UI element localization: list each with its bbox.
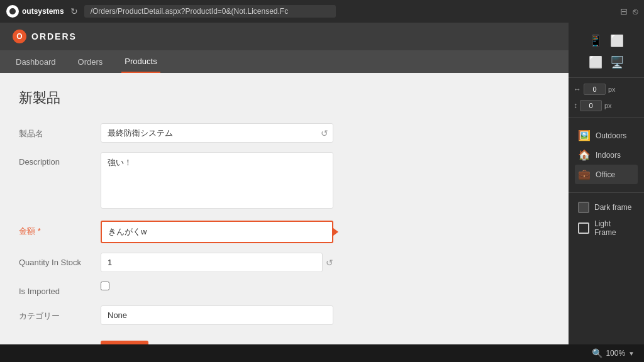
price-wrapper: きんがくw: [101, 221, 333, 243]
description-textarea[interactable]: 強い！: [101, 152, 333, 209]
zoom-dropdown-arrow[interactable]: ▼: [628, 350, 635, 357]
outdoors-icon: 🖼️: [578, 129, 591, 141]
nav-dashboard[interactable]: Dashboard: [13, 50, 59, 73]
app-logo-letter: O: [16, 32, 22, 41]
price-row: 金額 * きんがくw: [19, 221, 550, 243]
price-value: きんがくw: [108, 226, 147, 238]
right-panel: 📱 ⬜ ⬜ 🖥️ ↔ px ↕ px 🖼️ Outdoors: [569, 23, 644, 344]
qty-reset-icon[interactable]: ↺: [326, 258, 333, 268]
is-imported-row: Is Imported: [19, 282, 550, 296]
qty-label: Quantity In Stock: [19, 253, 101, 267]
office-icon: 💼: [578, 168, 591, 180]
app-nav: Dashboard Orders Products: [0, 50, 569, 73]
price-error-box: きんがくw: [101, 221, 333, 243]
light-frame-label: Light Frame: [594, 219, 635, 237]
px-height-control: ↕ px: [569, 97, 644, 114]
px-width-input[interactable]: [584, 84, 606, 95]
is-imported-label: Is Imported: [19, 282, 101, 296]
product-name-wrapper: ↺: [101, 123, 333, 143]
qty-row: Quantity In Stock ↺: [19, 253, 550, 272]
is-imported-checkbox[interactable]: [101, 282, 109, 290]
zoom-control: 🔍 100% ▼: [592, 348, 635, 358]
indoors-label: Indoors: [596, 151, 621, 160]
divider-3: [569, 192, 644, 193]
product-name-reset-icon[interactable]: ↺: [321, 128, 328, 138]
px-height-input[interactable]: [580, 100, 602, 111]
qty-input[interactable]: [101, 253, 323, 272]
theme-office[interactable]: 💼 Office: [575, 165, 638, 184]
logo-circle: [6, 5, 19, 18]
frame-light[interactable]: Light Frame: [575, 216, 638, 240]
category-wrapper: None: [101, 305, 333, 325]
frame-dark[interactable]: Dark frame: [575, 199, 638, 216]
theme-section: 🖼️ Outdoors 🏠 Indoors 💼 Office: [569, 121, 644, 189]
nav-products[interactable]: Products: [121, 50, 160, 73]
outdoors-label: Outdoors: [596, 131, 626, 140]
browser-action-icons: ⊟ ⎋: [620, 6, 638, 16]
dark-frame-icon: [578, 202, 589, 213]
light-frame-icon: [578, 222, 589, 234]
category-select[interactable]: None: [101, 305, 333, 325]
theme-outdoors[interactable]: 🖼️ Outdoors: [575, 126, 638, 145]
nav-orders[interactable]: Orders: [75, 50, 106, 73]
divider-2: [569, 117, 644, 118]
tablet-portrait-icon[interactable]: ⬜: [589, 55, 602, 69]
px-width-control: ↔ px: [569, 81, 644, 97]
error-arrow: [333, 228, 338, 236]
category-row: カテゴリー None: [19, 305, 550, 325]
indoors-icon: 🏠: [578, 149, 591, 161]
px-height-arrow: ↕: [574, 101, 577, 110]
product-name-label: 製品名: [19, 123, 101, 140]
px-width-label: px: [608, 85, 616, 93]
zoom-icon: 🔍: [592, 348, 602, 358]
dark-frame-label: Dark frame: [594, 203, 631, 212]
divider-1: [569, 77, 644, 78]
description-row: Description 強い！: [19, 152, 550, 211]
frame-section: Dark frame Light Frame: [569, 196, 644, 243]
description-label: Description: [19, 152, 101, 167]
zoom-value: 100%: [606, 349, 625, 358]
external-link-icon[interactable]: ⎋: [633, 6, 638, 16]
logo-text: outsystems: [22, 7, 64, 16]
is-imported-wrapper: [101, 282, 333, 293]
category-label: カテゴリー: [19, 305, 101, 322]
office-label: Office: [596, 170, 615, 179]
product-name-input[interactable]: [101, 123, 333, 143]
app-logo: O ORDERS: [13, 30, 77, 43]
qty-reset-wrapper: ↺: [101, 253, 333, 272]
app-logo-icon: O: [13, 30, 26, 43]
app-title: ORDERS: [31, 31, 77, 41]
px-width-arrow: ↔: [574, 85, 581, 94]
browser-logo: outsystems: [6, 5, 64, 18]
device-icons-row1: 📱 ⬜: [569, 29, 644, 53]
browser-bar: outsystems ↻ /Orders/ProductDetail.aspx?…: [0, 0, 644, 23]
main-layout: O ORDERS Dashboard Orders Products 新製品 製…: [0, 23, 644, 344]
device-icons-row2: ⬜ 🖥️: [569, 53, 644, 74]
px-height-label: px: [604, 102, 612, 109]
theme-indoors[interactable]: 🏠 Indoors: [575, 145, 638, 165]
desktop-icon[interactable]: 🖥️: [610, 55, 624, 69]
bookmark-icon[interactable]: ⊟: [620, 6, 628, 16]
page-title: 新製品: [19, 89, 550, 107]
product-name-row: 製品名 ↺: [19, 123, 550, 143]
app-area: O ORDERS Dashboard Orders Products 新製品 製…: [0, 23, 569, 344]
app-header: O ORDERS: [0, 23, 569, 50]
description-wrapper: 強い！: [101, 152, 333, 211]
refresh-icon[interactable]: ↻: [70, 6, 78, 16]
url-bar[interactable]: /Orders/ProductDetail.aspx?ProductId=0&(…: [84, 5, 336, 18]
logo-inner: [9, 8, 16, 14]
app-content: 新製品 製品名 ↺ Description 強い！ 金額: [0, 73, 569, 344]
tablet-icon[interactable]: ⬜: [610, 34, 624, 48]
price-label: 金額 *: [19, 221, 101, 237]
mobile-icon[interactable]: 📱: [589, 34, 602, 48]
bottom-bar: 🔍 100% ▼: [0, 344, 644, 362]
qty-wrapper: ↺: [101, 253, 333, 272]
